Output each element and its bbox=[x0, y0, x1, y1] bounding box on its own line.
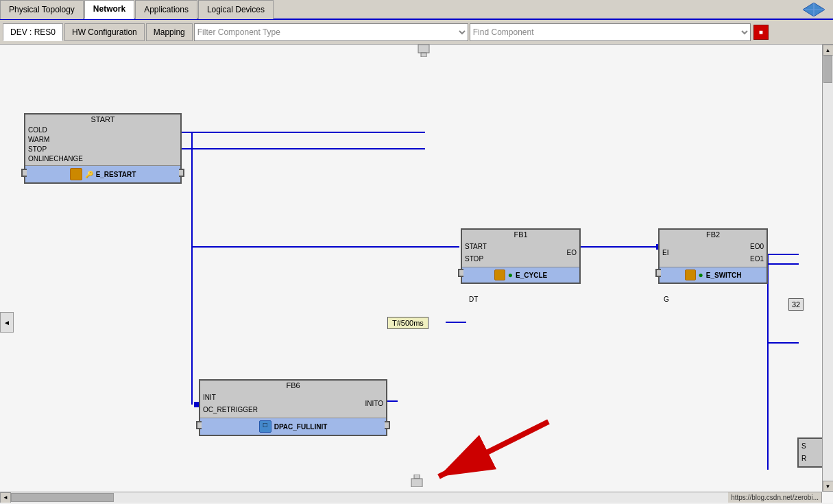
fb2-block: FB2 EI EO0 EO1 ● E_SWITCH G bbox=[658, 228, 768, 284]
start-title: START bbox=[25, 115, 180, 124]
fb2-bottom: ● E_SWITCH bbox=[660, 267, 766, 283]
tab-logical-devices[interactable]: Logical Devices bbox=[198, 0, 274, 19]
start-port-cold: COLD bbox=[28, 125, 112, 135]
scrollbar-vertical[interactable]: ▲ ▼ bbox=[822, 45, 833, 492]
bottom-connector-icon bbox=[409, 475, 424, 489]
fb1-icon1 bbox=[494, 269, 505, 280]
fb6-bottom: □ DPAC_FULLINIT bbox=[200, 418, 386, 435]
app-logo bbox=[802, 1, 826, 21]
svg-rect-26 bbox=[414, 475, 420, 479]
mapping-button[interactable]: Mapping bbox=[146, 23, 193, 41]
number-box: 32 bbox=[788, 298, 804, 311]
close-button[interactable]: ■ bbox=[753, 25, 769, 40]
start-port-warm: WARM bbox=[28, 135, 112, 145]
tab-bar: Physical Topology Network Applications L… bbox=[0, 0, 833, 20]
start-icon2: 🔑 bbox=[85, 171, 93, 178]
find-component-select[interactable]: Find Component bbox=[470, 23, 751, 41]
fb1-icon2: ● bbox=[508, 270, 513, 280]
svg-line-25 bbox=[439, 422, 548, 477]
scroll-left-button[interactable]: ◄ bbox=[0, 492, 11, 503]
value-box: T#500ms bbox=[387, 317, 428, 329]
start-port-onlinechange: ONLINECHANGE bbox=[28, 154, 112, 164]
start-port-stop: STOP bbox=[28, 145, 112, 154]
scroll-thumb-horizontal[interactable] bbox=[11, 493, 114, 502]
fb1-block: FB1 START STOP EO ● E_CYCLE DT bbox=[461, 228, 581, 284]
fb2-icon2: ● bbox=[699, 270, 703, 280]
fb6-port-init: INIT bbox=[203, 393, 287, 403]
filter-component-type-select[interactable]: Filter Component Type bbox=[194, 23, 468, 41]
fb2-port-eo0: EO0 bbox=[728, 242, 764, 252]
tab-physical-topology[interactable]: Physical Topology bbox=[0, 0, 84, 19]
fb1-port-eo: EO bbox=[548, 248, 577, 258]
tab-applications[interactable]: Applications bbox=[135, 0, 197, 19]
svg-rect-1 bbox=[421, 53, 426, 57]
status-bar: https://blog.csdn.net/zerobi... bbox=[728, 492, 821, 503]
scrollbar-horizontal[interactable]: ◄ ► bbox=[0, 492, 822, 503]
main-area: ◄ bbox=[0, 45, 833, 503]
scroll-down-button[interactable]: ▼ bbox=[823, 481, 834, 492]
scroll-track-horizontal[interactable] bbox=[11, 492, 811, 503]
fb2-g-port: G bbox=[664, 296, 669, 303]
top-connector-icon bbox=[416, 45, 431, 59]
fb1-port-stop: STOP bbox=[465, 254, 514, 264]
fb1-title: FB1 bbox=[462, 230, 579, 239]
fb1-port-start: START bbox=[465, 242, 514, 252]
fb1-bottom: ● E_CYCLE bbox=[462, 267, 579, 283]
fb6-title: FB6 bbox=[200, 381, 386, 390]
collapse-arrow-left[interactable]: ◄ bbox=[0, 312, 14, 333]
fb6-port-inito: INITO bbox=[348, 399, 383, 409]
fb6-port-oc-retrigger: OC_RETRIGGER bbox=[203, 405, 287, 415]
fb2-port-eo1: EO1 bbox=[728, 254, 764, 264]
fb2-title: FB2 bbox=[660, 230, 766, 239]
fb6-block: FB6 INIT OC_RETRIGGER INITO □ DPAC_FULLI… bbox=[199, 379, 387, 436]
canvas[interactable]: ◄ bbox=[0, 45, 833, 503]
fb2-port-ei: EI bbox=[662, 248, 691, 258]
fb6-icon: □ bbox=[259, 420, 271, 433]
tab-network[interactable]: Network bbox=[84, 0, 134, 19]
start-block: START COLD WARM STOP ONLINECHANGE 🔑 E_RE… bbox=[24, 113, 182, 184]
scroll-up-button[interactable]: ▲ bbox=[823, 45, 834, 56]
svg-rect-0 bbox=[418, 45, 429, 53]
hw-config-button[interactable]: HW Configuration bbox=[64, 23, 145, 41]
scroll-track-vertical[interactable] bbox=[823, 56, 833, 481]
scroll-thumb-vertical[interactable] bbox=[823, 56, 832, 83]
fb2-icon1 bbox=[685, 269, 696, 280]
fb1-dt-port: DT bbox=[469, 296, 478, 303]
dev-button[interactable]: DEV : RES0 bbox=[3, 23, 63, 41]
start-bottom: 🔑 E_RESTART bbox=[25, 165, 180, 182]
toolbar: DEV : RES0 HW Configuration Mapping Filt… bbox=[0, 20, 833, 45]
svg-rect-27 bbox=[411, 479, 422, 487]
start-icon bbox=[70, 168, 82, 180]
